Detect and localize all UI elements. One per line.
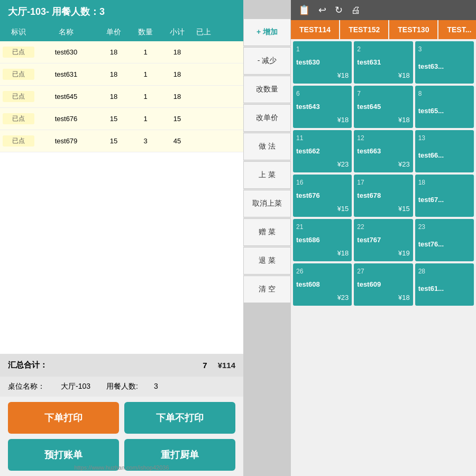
menu-item[interactable]: 7 test645 ¥18 xyxy=(354,86,413,128)
menu-item[interactable]: 12 test663 ¥23 xyxy=(354,130,413,172)
table-row[interactable]: 已点 test645 18 1 18 xyxy=(0,86,243,108)
tab-item[interactable]: TEST130 xyxy=(389,20,437,39)
order-name: test676 xyxy=(34,115,98,123)
table-header: 标识 名称 单价 数量 小计 已上 xyxy=(0,23,243,41)
menu-item[interactable]: 11 test662 ¥23 xyxy=(293,130,352,172)
menu-item-num: 8 xyxy=(418,90,471,97)
menu-item-price: ¥18 xyxy=(296,249,349,257)
menu-item-name: test663 xyxy=(357,147,409,155)
table-pax-value: 3 xyxy=(154,382,158,391)
menu-item[interactable]: 22 test767 ¥19 xyxy=(354,219,413,261)
toolbar-icon-3[interactable]: ↻ xyxy=(333,3,345,17)
order-qty: 1 xyxy=(130,115,161,123)
middle-action-btn[interactable]: 改数量 xyxy=(243,76,291,103)
table-name-value: 大厅-103 xyxy=(61,382,90,391)
menu-item-name: test645 xyxy=(357,103,409,111)
order-label: 已点 xyxy=(3,91,34,102)
middle-action-btn[interactable]: + 增加 xyxy=(243,19,291,46)
menu-item[interactable]: 17 test678 ¥15 xyxy=(354,175,413,217)
order-label: 已点 xyxy=(3,135,34,147)
tab-item[interactable]: TEST152 xyxy=(340,20,388,39)
table-name-label: 桌位名称： xyxy=(8,382,45,391)
menu-item-num: 12 xyxy=(357,134,409,142)
menu-item-price: ¥18 xyxy=(357,294,409,301)
menu-item[interactable]: 21 test686 ¥18 xyxy=(293,219,352,261)
menu-item-name: test767 xyxy=(357,236,409,244)
col-label: 标识 xyxy=(3,28,34,37)
tab-item[interactable]: TEST... xyxy=(438,20,476,39)
order-label: 已点 xyxy=(3,69,34,80)
menu-item-price: ¥18 xyxy=(357,116,409,124)
order-print-button[interactable]: 下单打印 xyxy=(8,402,119,434)
menu-item-num: 7 xyxy=(357,90,409,97)
middle-action-btn[interactable]: 退 菜 xyxy=(243,247,291,274)
col-price: 单价 xyxy=(98,28,130,37)
order-subtotal: 15 xyxy=(161,115,193,123)
menu-item[interactable]: 18 test67... xyxy=(415,175,474,217)
middle-action-btn[interactable]: - 减少 xyxy=(243,47,291,75)
summary-qty: 7 xyxy=(203,361,207,370)
middle-action-btn[interactable]: 取消上菜 xyxy=(243,190,291,217)
menu-item-num: 6 xyxy=(296,90,349,97)
order-noprint-button[interactable]: 下单不打印 xyxy=(124,402,235,434)
menu-item[interactable]: 26 test608 ¥23 xyxy=(293,263,352,306)
menu-item[interactable]: 23 test76... xyxy=(415,219,474,261)
menu-item-name: test63... xyxy=(418,62,471,70)
table-row[interactable]: 已点 test679 15 3 45 xyxy=(0,130,243,152)
menu-item-price: ¥15 xyxy=(296,205,349,213)
menu-item-name: test61... xyxy=(418,285,471,292)
menu-item[interactable]: 2 test631 ¥18 xyxy=(354,41,413,84)
summary-price: ¥114 xyxy=(218,361,235,370)
menu-item[interactable]: 6 test643 ¥18 xyxy=(293,86,352,128)
middle-action-btn[interactable]: 做 法 xyxy=(243,133,291,160)
tab-item[interactable]: TEST114 xyxy=(291,20,339,39)
middle-action-btn[interactable]: 上 菜 xyxy=(243,161,291,189)
menu-item-num: 18 xyxy=(418,179,471,186)
order-name: test679 xyxy=(34,137,98,145)
order-label: 已点 xyxy=(3,113,34,124)
menu-item-price: ¥18 xyxy=(296,116,349,124)
order-price: 18 xyxy=(98,48,130,56)
menu-item-num: 3 xyxy=(418,45,471,53)
menu-item[interactable]: 16 test676 ¥15 xyxy=(293,175,352,217)
toolbar-icon-1[interactable]: 📋 xyxy=(296,3,312,17)
header-title: 大厅-103- 用餐人数：3 xyxy=(8,6,105,17)
watermark: https://www.huzhan.com/ishop42036 xyxy=(0,464,243,471)
order-subtotal: 18 xyxy=(161,48,193,56)
menu-item-num: 21 xyxy=(296,223,349,231)
order-price: 15 xyxy=(98,137,130,145)
table-row[interactable]: 已点 test676 15 1 15 xyxy=(0,108,243,130)
col-qty: 数量 xyxy=(130,28,161,37)
menu-item-num: 28 xyxy=(418,268,471,275)
middle-action-btn[interactable]: 清 空 xyxy=(243,276,291,303)
menu-item-price: ¥18 xyxy=(296,71,349,79)
order-name: test645 xyxy=(34,93,98,100)
toolbar-icon-4[interactable]: 🖨 xyxy=(349,4,363,17)
table-row[interactable]: 已点 test631 18 1 18 xyxy=(0,63,243,86)
menu-item-name: test76... xyxy=(418,240,471,248)
menu-item[interactable]: 28 test61... xyxy=(415,263,474,306)
order-subtotal: 18 xyxy=(161,93,193,100)
menu-item[interactable]: 27 test609 ¥18 xyxy=(354,263,413,306)
menu-item-num: 13 xyxy=(418,134,471,142)
middle-action-btn[interactable]: 赠 菜 xyxy=(243,218,291,246)
menu-item-num: 17 xyxy=(357,179,409,186)
menu-item[interactable]: 8 test65... xyxy=(415,86,474,128)
right-panel: 📋 ↩ ↻ 🖨 TEST114TEST152TEST130TEST... 1 t… xyxy=(291,0,476,476)
menu-item-name: test66... xyxy=(418,151,471,159)
menu-item-price: ¥19 xyxy=(357,249,409,257)
table-row[interactable]: 已点 test630 18 1 18 xyxy=(0,41,243,63)
order-qty: 1 xyxy=(130,70,161,78)
menu-item[interactable]: 1 test630 ¥18 xyxy=(293,41,352,84)
col-served: 已上 xyxy=(193,28,214,37)
order-qty: 3 xyxy=(130,137,161,145)
order-name: test630 xyxy=(34,48,98,56)
menu-item-name: test662 xyxy=(296,147,349,155)
menu-item-num: 22 xyxy=(357,223,409,231)
menu-item[interactable]: 13 test66... xyxy=(415,130,474,172)
menu-item[interactable]: 3 test63... xyxy=(415,41,474,84)
left-panel: 大厅-103- 用餐人数：3 标识 名称 单价 数量 小计 已上 已点 test… xyxy=(0,0,243,476)
toolbar-icon-2[interactable]: ↩ xyxy=(316,3,328,17)
menu-item-num: 2 xyxy=(357,45,409,53)
middle-action-btn[interactable]: 改单价 xyxy=(243,104,291,132)
